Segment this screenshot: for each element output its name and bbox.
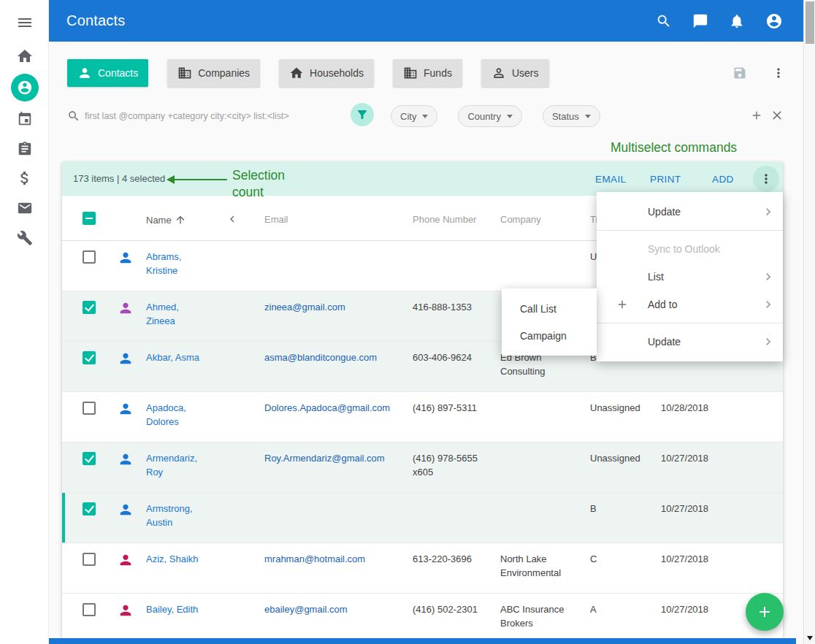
search-input[interactable] bbox=[85, 107, 339, 125]
column-header-name[interactable]: Name bbox=[146, 214, 186, 226]
row-checkbox[interactable] bbox=[83, 553, 96, 566]
filter-chip-city[interactable]: City bbox=[391, 105, 437, 127]
vertical-scrollbar[interactable] bbox=[803, 0, 815, 644]
scrollbar-thumb[interactable] bbox=[806, 1, 814, 44]
clipboard-icon bbox=[17, 141, 33, 157]
tab-users[interactable]: Users bbox=[481, 59, 549, 87]
chat-icon[interactable] bbox=[692, 13, 708, 29]
row-checkbox[interactable] bbox=[83, 301, 96, 314]
column-header-phone[interactable]: Phone Number bbox=[413, 214, 476, 225]
email-button[interactable]: EMAIL bbox=[595, 174, 627, 185]
filter-chip-status[interactable]: Status bbox=[543, 105, 600, 127]
contact-email[interactable]: mrahman@hotmail.com bbox=[264, 552, 408, 566]
close-icon bbox=[770, 108, 784, 123]
tab-funds[interactable]: Funds bbox=[393, 59, 462, 87]
sidebar-item-contacts[interactable] bbox=[0, 72, 49, 103]
search-field-icon bbox=[67, 110, 80, 123]
tab-households[interactable]: Households bbox=[279, 59, 374, 87]
search-icon[interactable] bbox=[656, 13, 672, 29]
sidebar-item-mail[interactable] bbox=[0, 193, 49, 223]
sidebar-item-home[interactable] bbox=[0, 41, 49, 72]
sidebar-item-money[interactable] bbox=[0, 163, 49, 193]
row-checkbox[interactable] bbox=[83, 502, 96, 515]
tab-companies[interactable]: Companies bbox=[167, 59, 260, 87]
view-options-button[interactable] bbox=[771, 66, 786, 80]
notifications-icon[interactable] bbox=[729, 13, 745, 29]
table-row[interactable]: Apadoca, Dolores Dolores.Apadoca@gmail.c… bbox=[62, 392, 783, 442]
contact-name-link[interactable]: Apadoca, Dolores bbox=[146, 401, 203, 429]
contact-email[interactable]: zineea@gmail.com bbox=[264, 300, 408, 314]
row-checkbox[interactable] bbox=[83, 351, 96, 364]
menu-item-sync-to-outlook[interactable]: Sync to Outlook bbox=[597, 235, 783, 263]
hamburger-menu-button[interactable] bbox=[0, 7, 49, 38]
contact-date: 10/27/2018 bbox=[661, 602, 730, 616]
sidebar bbox=[0, 0, 49, 644]
scrollbar-down-arrow[interactable] bbox=[807, 636, 813, 640]
print-button[interactable]: PRINT bbox=[650, 174, 681, 185]
menu-item-label: Sync to Outlook bbox=[648, 243, 720, 255]
add-contact-fab[interactable] bbox=[746, 593, 784, 631]
home-icon bbox=[289, 66, 304, 80]
table-row[interactable]: Armendariz, Roy Roy.Armendariz@gmail.com… bbox=[62, 442, 783, 493]
menu-item-label: Update bbox=[648, 336, 681, 348]
contact-name-link[interactable]: Armendariz, Roy bbox=[146, 451, 203, 479]
contact-email[interactable]: Roy.Armendariz@gmail.com bbox=[264, 451, 408, 465]
table-row[interactable]: Bailey, Edith ebailey@gmail.com (416) 50… bbox=[62, 594, 783, 638]
menu-item-list[interactable]: List bbox=[597, 263, 783, 291]
menu-item-add-to[interactable]: Add to bbox=[597, 291, 783, 318]
add-button[interactable]: ADD bbox=[712, 174, 734, 185]
multiselect-more-button[interactable] bbox=[753, 166, 779, 192]
table-row[interactable]: Armstrong, Austin B 10/27/2018 bbox=[62, 493, 783, 543]
dollar-icon bbox=[16, 169, 34, 187]
contact-name-link[interactable]: Armstrong, Austin bbox=[146, 502, 203, 529]
collapse-columns-icon[interactable] bbox=[226, 212, 239, 226]
chip-label: Status bbox=[552, 111, 579, 122]
contact-name-link[interactable]: Abrams, Kristine bbox=[146, 250, 203, 277]
column-header-company[interactable]: Company bbox=[500, 214, 541, 225]
table-row[interactable]: Aziz, Shaikh mrahman@hotmail.com 613-220… bbox=[62, 543, 783, 594]
row-checkbox[interactable] bbox=[83, 603, 96, 616]
annotation-selection-count: Selection count bbox=[232, 167, 296, 201]
contact-phone: (416) 897-5311 bbox=[413, 401, 494, 415]
row-checkbox[interactable] bbox=[83, 452, 96, 465]
menu-item-update[interactable]: Update bbox=[597, 198, 783, 226]
row-checkbox[interactable] bbox=[83, 250, 96, 264]
contact-avatar-icon bbox=[118, 602, 134, 618]
contact-email[interactable]: Dolores.Apadoca@gmail.com bbox=[264, 401, 408, 415]
menu-item-label: Add to bbox=[648, 299, 677, 310]
sidebar-item-calendar[interactable] bbox=[0, 104, 49, 134]
sidebar-item-tasks[interactable] bbox=[0, 134, 49, 164]
column-header-email[interactable]: Email bbox=[264, 214, 288, 225]
save-view-button[interactable] bbox=[732, 66, 747, 80]
contact-avatar-icon bbox=[118, 300, 134, 316]
sort-ascending-icon bbox=[175, 214, 186, 226]
submenu-item-call-list[interactable]: Call List bbox=[502, 295, 597, 322]
clear-filters-button[interactable] bbox=[770, 108, 784, 123]
select-all-checkbox[interactable] bbox=[83, 212, 96, 225]
menu-item-label: Update bbox=[648, 206, 681, 218]
contact-name-link[interactable]: Ahmed, Zineea bbox=[146, 300, 203, 328]
contact-email[interactable]: ebailey@gmail.com bbox=[264, 602, 408, 616]
row-checkbox[interactable] bbox=[83, 402, 96, 415]
tab-contacts[interactable]: Contacts bbox=[67, 59, 148, 87]
contact-email[interactable]: asma@blanditcongue.com bbox=[264, 350, 408, 364]
filter-chip-country[interactable]: Country bbox=[458, 105, 522, 127]
contacts-icon bbox=[17, 80, 33, 96]
sidebar-item-tools[interactable] bbox=[0, 223, 49, 253]
contact-avatar-icon bbox=[118, 451, 134, 467]
appbar-icons bbox=[656, 12, 783, 30]
contact-name-link[interactable]: Akbar, Asma bbox=[146, 350, 203, 364]
contact-name-link[interactable]: Aziz, Shaikh bbox=[146, 552, 203, 566]
account-icon[interactable] bbox=[765, 12, 783, 30]
contact-tier: Unassigned bbox=[590, 451, 652, 465]
add-filter-button[interactable] bbox=[750, 109, 763, 122]
menu-item-update-2[interactable]: Update bbox=[597, 328, 783, 356]
plus-icon bbox=[750, 109, 763, 122]
contact-name-link[interactable]: Bailey, Edith bbox=[146, 602, 203, 616]
submenu-item-campaign[interactable]: Campaign bbox=[502, 322, 597, 349]
mail-icon bbox=[17, 200, 33, 216]
contact-date: 10/28/2018 bbox=[661, 401, 730, 415]
filter-button[interactable] bbox=[351, 103, 374, 126]
chevron-down-icon bbox=[585, 115, 591, 118]
annotation-arrow-line bbox=[175, 179, 227, 180]
